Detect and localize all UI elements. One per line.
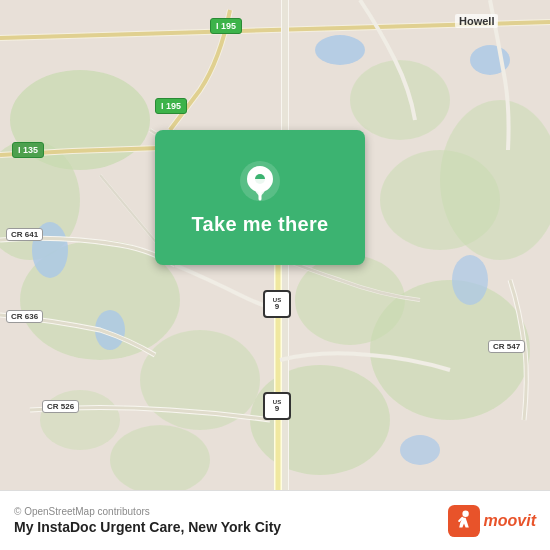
moovit-app-icon (448, 505, 480, 537)
svg-point-18 (400, 435, 440, 465)
svg-point-15 (315, 35, 365, 65)
i195-top-label: I 195 (210, 18, 242, 34)
svg-point-5 (250, 365, 390, 475)
moovit-text: moovit (484, 512, 536, 530)
svg-point-12 (40, 390, 120, 450)
us9-top-label: US 9 (263, 290, 291, 318)
us9-bot-label: US 9 (263, 392, 291, 420)
copyright-text: © OpenStreetMap contributors (14, 506, 281, 517)
i195-left-label: I 195 (155, 98, 187, 114)
bottom-bar: © OpenStreetMap contributors My InstaDoc… (0, 490, 550, 550)
location-card: Take me there (155, 130, 365, 265)
take-me-there-button[interactable]: Take me there (192, 213, 329, 236)
location-pin-icon (238, 159, 282, 203)
moovit-logo[interactable]: moovit (448, 505, 536, 537)
howell-label: Howell (455, 14, 498, 28)
svg-point-9 (380, 150, 500, 250)
i135-label: I 135 (12, 142, 44, 158)
cr636-label: CR 636 (6, 310, 43, 323)
svg-point-17 (452, 255, 488, 305)
cr547-label: CR 547 (488, 340, 525, 353)
location-info: © OpenStreetMap contributors My InstaDoc… (14, 506, 281, 535)
location-name: My InstaDoc Urgent Care, New York City (14, 519, 281, 535)
cr526-label: CR 526 (42, 400, 79, 413)
map-container: I 195 I 195 I 135 CR 641 CR 636 CR 526 C… (0, 0, 550, 490)
svg-point-31 (462, 510, 468, 516)
cr641-label: CR 641 (6, 228, 43, 241)
